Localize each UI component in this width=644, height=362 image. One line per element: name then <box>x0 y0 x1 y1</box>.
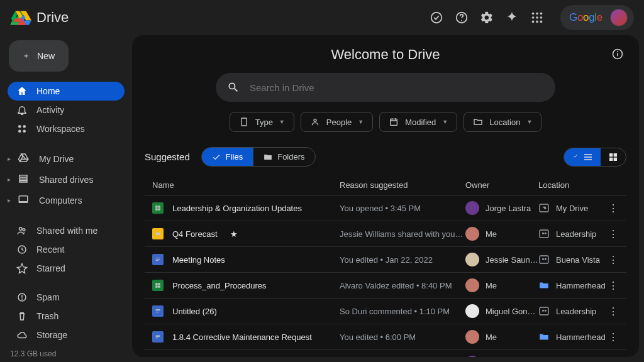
table-row[interactable]: Untitled (26)So Duri commented • 1:10 PM… <box>145 299 626 324</box>
list-view-button[interactable] <box>564 148 601 166</box>
table-row[interactable]: 1.8.4 Corrective Maintenance RequestYou … <box>145 324 626 350</box>
svg-point-71 <box>542 310 544 312</box>
nav-shared-with-me[interactable]: Shared with me <box>8 221 125 240</box>
location-name: Hammerhead <box>556 332 606 342</box>
svg-rect-59 <box>156 260 158 261</box>
seg-files[interactable]: Files <box>202 148 253 166</box>
svg-point-72 <box>545 310 547 312</box>
owner-name: Jorge Lastra <box>486 204 531 213</box>
sidebar: New HomeActivityWorkspaces ▸My Drive▸Sha… <box>0 35 132 362</box>
row-more-button[interactable]: ⋮ <box>606 228 620 240</box>
nav-starred[interactable]: Starred <box>8 259 125 278</box>
search-box[interactable] <box>216 73 555 102</box>
user-avatar[interactable] <box>610 9 628 26</box>
row-more-button[interactable]: ⋮ <box>606 305 620 317</box>
table-row[interactable]: Weekly Forecast (9)Christian Schwarz men… <box>145 350 626 357</box>
workspaces-icon <box>16 123 28 134</box>
file-name: Q4 Forecast <box>172 229 218 239</box>
settings-icon[interactable] <box>480 11 494 25</box>
row-more-button[interactable]: ⋮ <box>606 202 620 214</box>
location-icon <box>538 228 550 239</box>
grid-view-button[interactable] <box>601 148 626 166</box>
account-pill[interactable]: Google <box>560 5 634 30</box>
svg-point-13 <box>540 13 543 15</box>
drive-triangle-icon <box>10 10 26 25</box>
location-name: My Drive <box>556 204 588 213</box>
nav-my-drive[interactable]: ▸My Drive <box>8 148 125 169</box>
svg-point-62 <box>545 258 547 260</box>
file-name: Meeting Notes <box>172 255 225 265</box>
gemini-icon[interactable] <box>505 11 519 25</box>
row-more-button[interactable]: ⋮ <box>606 331 620 343</box>
svg-rect-48 <box>158 206 160 207</box>
nav-spam[interactable]: Spam <box>8 288 125 307</box>
drive-icon <box>18 152 29 163</box>
row-more-button[interactable]: ⋮ <box>606 254 620 266</box>
owner-avatar <box>465 253 479 266</box>
svg-point-12 <box>536 13 538 15</box>
nav-trash[interactable]: Trash <box>8 307 125 326</box>
reason-cell: You edited • 6:00 PM <box>340 332 465 342</box>
drive-logo[interactable]: Drive <box>10 9 69 26</box>
th-name[interactable]: Name <box>147 180 340 190</box>
filter-chip-modified[interactable]: Modified▼ <box>379 112 457 132</box>
table-row[interactable]: Q4 Forecast★Jessie Williams shared with … <box>145 221 626 247</box>
info-icon[interactable] <box>611 48 624 60</box>
svg-rect-29 <box>19 181 27 182</box>
svg-rect-58 <box>156 259 160 260</box>
th-owner[interactable]: Owner <box>465 180 538 190</box>
nav-workspaces[interactable]: Workspaces <box>8 119 125 138</box>
help-icon[interactable] <box>455 11 469 25</box>
th-reason[interactable]: Reason suggested <box>340 180 465 190</box>
new-button-label: New <box>37 51 55 61</box>
search-input[interactable] <box>250 82 544 93</box>
owner-name: Me <box>486 281 497 290</box>
row-more-button[interactable]: ⋮ <box>606 357 620 358</box>
svg-rect-42 <box>391 119 397 125</box>
svg-rect-49 <box>155 208 157 210</box>
list-icon <box>583 152 593 162</box>
nav-computers[interactable]: ▸Computers <box>8 190 125 211</box>
svg-marker-52 <box>543 207 547 209</box>
new-button[interactable]: New <box>9 40 69 72</box>
shared-icon <box>16 225 28 236</box>
svg-rect-27 <box>19 175 27 177</box>
svg-point-39 <box>617 51 618 52</box>
svg-point-41 <box>314 119 316 121</box>
file-icon <box>239 117 249 127</box>
sheet-icon <box>152 280 164 291</box>
svg-rect-44 <box>614 153 617 156</box>
seg-folders[interactable]: Folders <box>253 148 314 166</box>
table-row[interactable]: Meeting NotesYou edited • Jan 22, 2022Je… <box>145 247 626 273</box>
nav-storage[interactable]: Storage <box>8 326 125 344</box>
nav-home[interactable]: Home <box>8 82 125 101</box>
offline-icon[interactable] <box>430 11 443 25</box>
table-row[interactable]: Leadership & Organization UpdatesYou ope… <box>145 195 626 221</box>
shared-drives-icon <box>18 173 29 184</box>
chevron-down-icon: ▼ <box>526 119 532 125</box>
nav-shared-drives[interactable]: ▸Shared drives <box>8 169 125 190</box>
reason-cell: So Duri commented • 1:10 PM <box>340 307 465 316</box>
owner-name: Me <box>486 229 497 239</box>
svg-point-18 <box>536 21 538 23</box>
svg-rect-65 <box>155 285 157 287</box>
svg-point-14 <box>532 16 535 19</box>
filter-chip-location[interactable]: Location▼ <box>464 112 541 132</box>
th-location[interactable]: Location <box>538 180 606 190</box>
nav-recent[interactable]: Recent <box>8 240 125 259</box>
nav-activity[interactable]: Activity <box>8 101 125 119</box>
owner-avatar <box>465 278 479 292</box>
svg-point-15 <box>536 16 538 19</box>
file-name: Leadership & Organization Updates <box>172 204 302 213</box>
files-folders-toggle: Files Folders <box>201 147 316 167</box>
google-logo: Google <box>569 11 602 24</box>
chevron-right-icon: ▸ <box>8 155 14 162</box>
table-row[interactable]: Process_and_ProceduresAlvaro Valdez edit… <box>145 273 626 299</box>
filter-chip-people[interactable]: People▼ <box>301 112 373 132</box>
slide-icon <box>152 228 164 239</box>
svg-point-61 <box>542 258 544 260</box>
folder-icon <box>264 153 272 162</box>
apps-icon[interactable] <box>530 11 544 25</box>
row-more-button[interactable]: ⋮ <box>606 280 620 292</box>
filter-chip-type[interactable]: Type▼ <box>230 112 294 132</box>
